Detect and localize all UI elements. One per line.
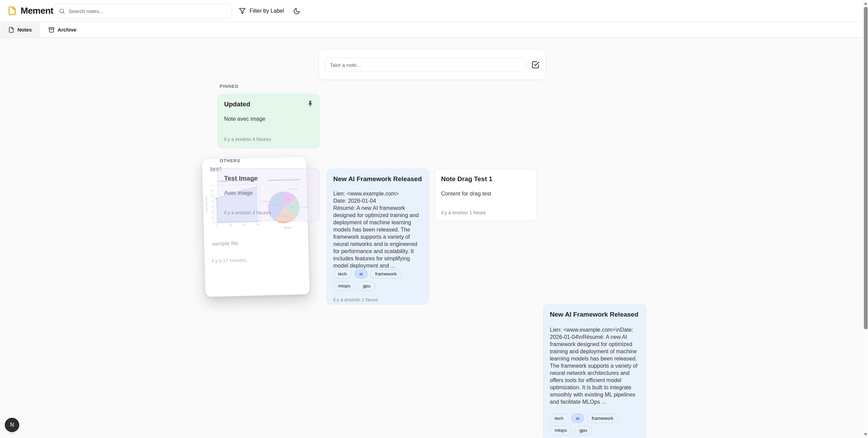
ghost-note-timestamp: il y a 17 minutes (212, 257, 247, 264)
vertical-scrollbar (863, 0, 868, 438)
tab-notes-label: Notes (18, 27, 32, 33)
svg-text:Q4: Q4 (257, 223, 259, 225)
svg-text:Q1: Q1 (216, 224, 218, 226)
note-timestamp: il y a environ 4 heures (224, 137, 313, 142)
pin-icon[interactable] (307, 100, 313, 107)
search-box (54, 3, 232, 19)
app-brand: Memento (8, 5, 59, 16)
top-bar: Memento Filter by Label (0, 0, 868, 22)
note-card-updated[interactable]: Updated Note avec image il y a environ 4… (218, 94, 320, 148)
user-avatar[interactable]: N (5, 418, 19, 432)
svg-text:Q2: Q2 (229, 224, 232, 226)
tag-tech[interactable]: tech (333, 269, 352, 279)
svg-text:50: 50 (211, 195, 213, 197)
memento-app: Memento Filter by Label (0, 0, 868, 438)
tab-bar: Notes Archive (0, 22, 868, 38)
filter-by-label-button[interactable]: Filter by Label (236, 4, 287, 18)
note-timestamp: il y a environ 1 heure (333, 297, 423, 303)
svg-text:Q3: Q3 (243, 224, 246, 226)
search-icon (59, 8, 65, 14)
tag-mlops[interactable]: mlops (550, 426, 572, 435)
note-tags: techaiframeworkmlopsgpu (550, 414, 640, 435)
note-timestamp: il y a environ 1 heure (441, 210, 530, 215)
note-title: New AI Framework Released (333, 175, 423, 183)
checklist-button[interactable] (531, 60, 540, 70)
scrollbar-down-arrow[interactable] (864, 433, 867, 436)
tab-notes[interactable]: Notes (0, 22, 40, 37)
note-title: New AI Framework Released (550, 311, 640, 319)
ghost-attachment-title: sample file (212, 240, 238, 247)
note-timestamp: il y a environ 4 heures (224, 210, 313, 215)
note-content: Lien: <www.example.com> Date: 2026-01-04… (333, 190, 423, 269)
tag-ai[interactable]: ai (355, 269, 368, 279)
note-content: Avec image (224, 189, 313, 197)
note-content: Lien: <www.example.com>\nDate: 2026-01-0… (550, 326, 640, 405)
filter-button-label: Filter by Label (250, 8, 284, 14)
scrollbar-thumb[interactable] (864, 7, 868, 329)
tag-mlops[interactable]: mlops (333, 281, 355, 291)
tag-gpu[interactable]: gpu (575, 426, 592, 435)
note-card-ai-framework-duplicate[interactable]: New AI Framework Released Lien: <www.exa… (543, 304, 646, 438)
note-title: Updated (224, 100, 250, 108)
note-content: Note avec image (224, 115, 313, 122)
svg-text:10: 10 (211, 217, 213, 218)
filter-icon (239, 8, 246, 14)
svg-text:30: 30 (211, 206, 213, 208)
avatar-initial: N (10, 422, 14, 428)
svg-text:60: 60 (211, 190, 213, 192)
tag-framework[interactable]: framework (370, 269, 402, 279)
tag-ai[interactable]: ai (571, 414, 585, 423)
svg-text:Chiffre d'affaires (M€): Chiffre d'affaires (M€) (206, 196, 208, 212)
take-a-note-input[interactable] (325, 58, 526, 72)
check-square-icon (531, 61, 540, 69)
svg-text:20: 20 (211, 212, 213, 213)
archive-icon (48, 27, 55, 33)
moon-icon (293, 8, 300, 15)
tag-framework[interactable]: framework (587, 414, 618, 423)
note-card-ai-framework[interactable]: New AI Framework Released Lien: <www.exa… (327, 169, 429, 304)
note-file-icon (8, 27, 14, 33)
note-tags: techaiframeworkmlopsgpu (333, 269, 423, 291)
theme-toggle-button[interactable] (290, 4, 303, 18)
others-section-label: OTHERS (220, 158, 240, 163)
note-card-drag-test-1[interactable]: Note Drag Test 1 Content for drag test i… (435, 169, 537, 221)
scrollbar-up-arrow[interactable] (864, 2, 867, 5)
svg-text:40: 40 (211, 201, 213, 202)
note-content: Content for drag test (441, 190, 530, 197)
app-title: Memento (21, 5, 59, 16)
svg-text:70: 70 (211, 185, 213, 186)
search-input[interactable] (69, 8, 227, 14)
tab-archive[interactable]: Archive (40, 22, 85, 37)
tab-archive-label: Archive (58, 27, 77, 33)
svg-text:0: 0 (212, 222, 213, 224)
app-logo-file-icon (8, 6, 17, 15)
note-title: Note Drag Test 1 (441, 175, 530, 183)
tag-gpu[interactable]: gpu (358, 281, 375, 291)
tag-tech[interactable]: tech (550, 414, 568, 423)
note-card-test-image[interactable]: Test Image Avec image il y a environ 4 h… (218, 168, 320, 221)
note-composer (319, 49, 546, 80)
pinned-section-label: PINNED (220, 84, 239, 89)
note-title: Test Image (224, 175, 313, 182)
